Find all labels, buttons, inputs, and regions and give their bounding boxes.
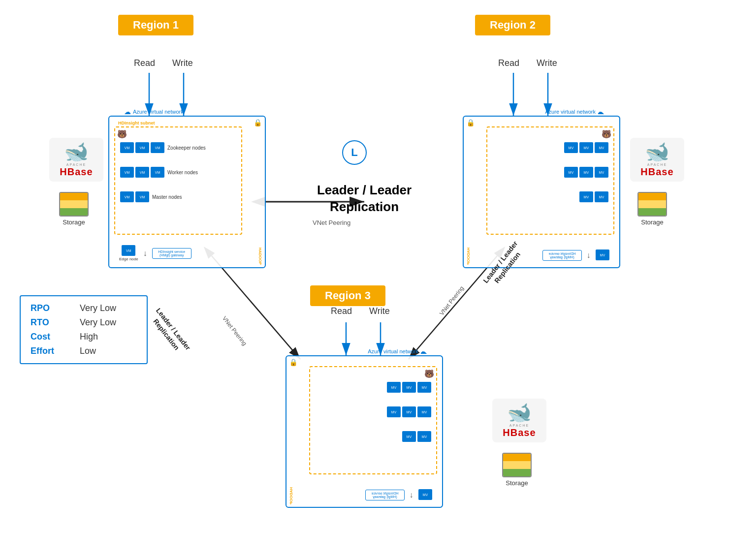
azure-vnet-label-r1: Azure virtual network [133, 109, 184, 115]
zookeeper-label-r1: Zookeeper nodes [167, 145, 206, 151]
edge-label-r1: Edge node [119, 257, 138, 261]
worker-node-1: VM [120, 167, 134, 178]
rpo-val: Very Low [80, 303, 116, 313]
mascot-r1: 🐻 [117, 129, 127, 139]
region1-badge: Region 1 [118, 15, 193, 35]
hdinsight-subnet-label-r1: HDInsight subnet [118, 121, 155, 125]
edge-vm-r1: VM [122, 245, 135, 256]
storage-label-r3: Storage [506, 479, 528, 487]
region3-read-label: Read [331, 306, 352, 316]
orca-icon-r2: 🐋 [645, 142, 669, 161]
leader-replication-center: Leader / Leader Replication [295, 182, 433, 216]
master-label-r1: Master nodes [152, 194, 182, 200]
master-node-1: VM [120, 191, 134, 202]
storage-layer-bot-r1 [60, 208, 88, 216]
region2-write-label: Write [537, 58, 557, 68]
rto-key: RTO [31, 317, 70, 328]
storage-icon-r2: Storage [637, 192, 667, 226]
cost-key: Cost [31, 332, 70, 342]
zk-node-2: VM [135, 142, 149, 153]
vnet-peering-horizontal: VNet Peering [313, 219, 350, 226]
region1-write-label: Write [172, 58, 193, 68]
region1-read-label: Read [134, 58, 155, 68]
region2-badge: Region 2 [475, 15, 550, 35]
region2-read-label: Read [498, 58, 519, 68]
svg-line-11 [212, 256, 300, 359]
gateway-box-r1: HDInsight service (HMgt) gateway [152, 248, 191, 259]
effort-row: Effort Low [31, 346, 137, 356]
hadoop-label-r3: HADOOP [289, 487, 293, 504]
storage-layer-mid-r2 [638, 200, 666, 208]
cloud-icon-r2: ☁ [598, 108, 604, 116]
storage-layer-top-r3 [503, 454, 531, 461]
circle-l: L [342, 140, 367, 165]
orca-icon-r1: 🐋 [64, 142, 89, 161]
lock-icon-r2: 🔒 [467, 119, 475, 126]
svg-line-12 [409, 256, 497, 359]
vnet-peering-left: VNet Peering [221, 315, 248, 347]
storage-layer-mid-r3 [503, 461, 531, 468]
storage-layer-bot-r3 [503, 469, 531, 476]
storage-layer-top-r2 [638, 193, 666, 200]
effort-key: Effort [31, 346, 70, 356]
hbase-logo-r1: 🐋 APACHE HBase [49, 138, 103, 182]
hdinsight-subnet-r2: 🐻 VM VM VM VM VM VM VM VM [486, 126, 614, 235]
hbase-logo-r2: 🐋 APACHE HBase [630, 138, 684, 182]
region1-azure-box: ☁ Azure virtual network 🔒 HDInsight subn… [108, 116, 266, 268]
lock-icon-r1: 🔒 [254, 119, 262, 126]
orca-icon-r3: 🐋 [507, 403, 532, 422]
storage-layer-top-r1 [60, 193, 88, 200]
region3-badge: Region 3 [310, 285, 385, 306]
storage-layer-mid-r1 [60, 200, 88, 208]
storage-icon-r3: Storage [502, 453, 532, 487]
hbase-logo-r3: 🐋 APACHE HBase [492, 399, 546, 442]
hadoop-label-r1: HADOOP [258, 248, 262, 265]
cost-row: Cost High [31, 332, 137, 342]
mascot-r2: 🐻 [602, 129, 611, 139]
vnet-peering-right: VNet Peering [438, 285, 465, 317]
down-arrow-r1: ↓ [143, 249, 147, 258]
master-node-2: VM [135, 191, 149, 202]
worker-node-2: VM [135, 167, 149, 178]
hdinsight-subnet-r3: 🐻 VM VM VM VM VM VM VM VM [309, 366, 437, 474]
hadoop-label-r2: HADOOP [466, 248, 471, 265]
rto-val: Very Low [80, 317, 116, 328]
storage-label-r2: Storage [641, 218, 664, 226]
worker-label-r1: Worker nodes [167, 170, 198, 175]
zk-node-1: VM [120, 142, 134, 153]
info-box: RPO Very Low RTO Very Low Cost High Effo… [20, 295, 148, 364]
rpo-key: RPO [31, 303, 70, 313]
region3-write-label: Write [369, 306, 390, 316]
leader-replication-left: Leader / LeaderReplication [138, 295, 201, 368]
storage-label-r1: Storage [63, 218, 85, 226]
region3-azure-box: ☁ Azure virtual network 🔒 🐻 VM VM VM VM … [286, 355, 443, 508]
rto-row: RTO Very Low [31, 317, 137, 328]
effort-val: Low [80, 346, 96, 356]
storage-layer-bot-r2 [638, 208, 666, 216]
main-container: Region 1 Region 2 Region 3 Read Write Re… [0, 0, 731, 560]
region2-azure-box: ☁ Azure virtual network 🔒 🐻 VM VM VM VM … [463, 116, 620, 268]
cloud-icon-r1: ☁ [124, 108, 131, 116]
hdinsight-subnet-r1: HDInsight subnet 🐻 VM VM VM Zookeeper no… [114, 126, 242, 235]
rpo-row: RPO Very Low [31, 303, 137, 313]
azure-vnet-label-r2: Azure virtual network [545, 109, 596, 115]
zk-node-3: VM [151, 142, 164, 153]
worker-node-3: VM [151, 167, 164, 178]
storage-icon-r1: Storage [59, 192, 89, 226]
cost-val: High [80, 332, 98, 342]
